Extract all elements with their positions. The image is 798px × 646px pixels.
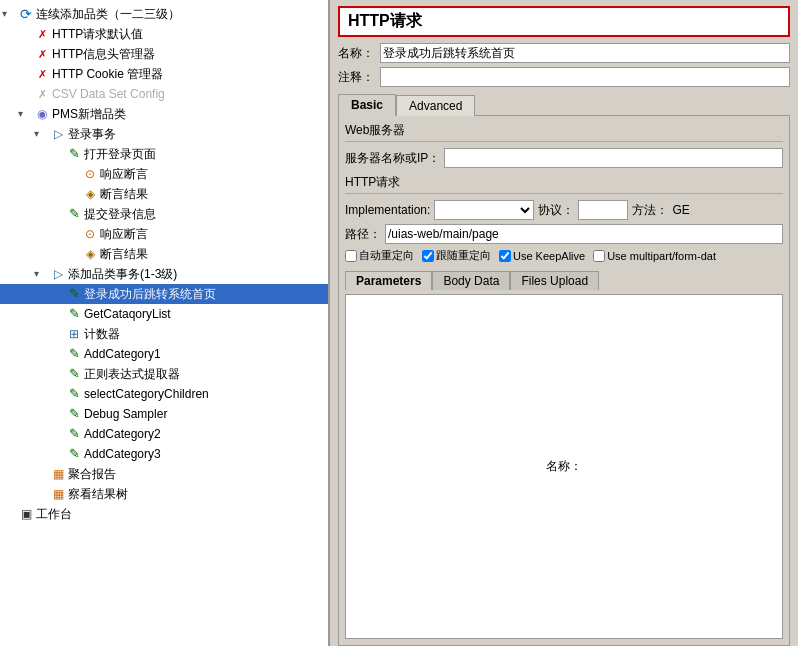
table-empty-label: 名称：: [546, 458, 582, 475]
node-label: 登录事务: [68, 125, 326, 143]
tree-node-response2[interactable]: ⊙响应断言: [0, 224, 328, 244]
node-label: HTTP Cookie 管理器: [52, 65, 326, 83]
node-icon-listener2: ▦: [50, 486, 66, 502]
node-label: 打开登录页面: [84, 145, 326, 163]
tree-node-open-login[interactable]: ✎打开登录页面: [0, 144, 328, 164]
tree-node-http-cookie[interactable]: ✗HTTP Cookie 管理器: [0, 64, 328, 84]
auto-redirect-item: 自动重定向: [345, 248, 414, 263]
node-icon-sampler-selected: ✎: [66, 286, 82, 302]
protocol-label: 协议：: [538, 202, 574, 219]
node-label: 连续添加品类（一二三级）: [36, 5, 326, 23]
node-label: 正则表达式提取器: [84, 365, 326, 383]
follow-redirect-label: 跟随重定向: [436, 248, 491, 263]
node-icon-workbench: ▣: [18, 506, 34, 522]
sub-tab-body-data[interactable]: Body Data: [432, 271, 510, 290]
name-input[interactable]: [380, 43, 790, 63]
expand-icon: ▾: [34, 265, 50, 283]
node-icon-extractor: ◈: [82, 246, 98, 262]
keepalive-item: Use KeepAlive: [499, 250, 585, 262]
web-server-section-title: Web服务器: [345, 122, 783, 142]
tree-node-csv-config[interactable]: ✗CSV Data Set Config: [0, 84, 328, 104]
http-impl-row: Implementation: 协议： 方法： GE: [345, 200, 783, 220]
node-label: 提交登录信息: [84, 205, 326, 223]
web-server-row: 服务器名称或IP：: [345, 148, 783, 168]
expand-icon: ▾: [2, 5, 18, 23]
node-label: 察看结果树: [68, 485, 326, 503]
expand-icon: ▾: [34, 125, 50, 143]
tab-basic[interactable]: Basic: [338, 94, 396, 116]
multipart-label: Use multipart/form-dat: [607, 250, 716, 262]
path-row: 路径：: [345, 224, 783, 244]
node-icon-x-scissors: ✗: [34, 26, 50, 42]
node-icon-x-scissors: ✗: [34, 46, 50, 62]
sub-tab-files-upload[interactable]: Files Upload: [510, 271, 599, 290]
protocol-input[interactable]: [578, 200, 628, 220]
follow-redirect-item: 跟随重定向: [422, 248, 491, 263]
node-icon-extractor2: ✎: [66, 366, 82, 382]
tree-node-add-cat3[interactable]: ✎AddCategory3: [0, 444, 328, 464]
node-label: AddCategory3: [84, 445, 326, 463]
node-icon-x-disabled: ✗: [34, 86, 50, 102]
tree-node-response1[interactable]: ⊙响应断言: [0, 164, 328, 184]
tree-node-get-category[interactable]: ✎GetCataqoryList: [0, 304, 328, 324]
server-input[interactable]: [444, 148, 783, 168]
left-panel: ▾⟳连续添加品类（一二三级）✗HTTP请求默认值✗HTTP信息头管理器✗HTTP…: [0, 0, 330, 646]
form-area: 名称： 注释：: [330, 41, 798, 89]
multipart-item: Use multipart/form-dat: [593, 250, 716, 262]
node-label: 登录成功后跳转系统首页: [84, 285, 326, 303]
node-label: HTTP请求默认值: [52, 25, 326, 43]
tree-node-http-info[interactable]: ✗HTTP信息头管理器: [0, 44, 328, 64]
tree-node-workbench[interactable]: ▣工作台: [0, 504, 328, 524]
tree-node-assert1[interactable]: ◈断言结果: [0, 184, 328, 204]
node-icon-sampler: ✎: [66, 146, 82, 162]
node-icon-sampler: ✎: [66, 386, 82, 402]
tree-node-add-cat2[interactable]: ✎AddCategory2: [0, 424, 328, 444]
tree-node-regex-extractor[interactable]: ✎正则表达式提取器: [0, 364, 328, 384]
node-label: 计数器: [84, 325, 326, 343]
tree-node-select-children[interactable]: ✎selectCategoryChildren: [0, 384, 328, 404]
tree-node-login-tx[interactable]: ▾▷登录事务: [0, 124, 328, 144]
path-input[interactable]: [385, 224, 783, 244]
tree-node-add-category-tx[interactable]: ▾▷添加品类事务(1-3级): [0, 264, 328, 284]
node-icon-x-scissors: ✗: [34, 66, 50, 82]
auto-redirect-label: 自动重定向: [359, 248, 414, 263]
keepalive-label: Use KeepAlive: [513, 250, 585, 262]
tree-node-agg-report[interactable]: ▦聚合报告: [0, 464, 328, 484]
node-label: PMS新增品类: [52, 105, 326, 123]
auto-redirect-checkbox[interactable]: [345, 250, 357, 262]
node-icon-sampler: ✎: [66, 406, 82, 422]
sub-tabs-bar: Parameters Body Data Files Upload: [345, 271, 783, 290]
sub-tab-parameters[interactable]: Parameters: [345, 271, 432, 290]
tree-node-submit-login[interactable]: ✎提交登录信息: [0, 204, 328, 224]
tree-node-view-result[interactable]: ▦察看结果树: [0, 484, 328, 504]
node-icon-sampler: ✎: [66, 426, 82, 442]
keepalive-checkbox[interactable]: [499, 250, 511, 262]
tree-node-pms-group[interactable]: ▾◉PMS新增品类: [0, 104, 328, 124]
node-icon-pms: ◉: [34, 106, 50, 122]
node-label: GetCataqoryList: [84, 305, 326, 323]
node-icon-sampler: ✎: [66, 346, 82, 362]
tab-advanced[interactable]: Advanced: [396, 95, 475, 116]
multipart-checkbox[interactable]: [593, 250, 605, 262]
http-request-section-title: HTTP请求: [345, 174, 783, 194]
tab-content-basic: Web服务器 服务器名称或IP： HTTP请求 Implementation: …: [338, 115, 790, 646]
node-label: 响应断言: [100, 165, 326, 183]
node-icon-loop: ⟳: [18, 6, 34, 22]
follow-redirect-checkbox[interactable]: [422, 250, 434, 262]
node-label: Debug Sampler: [84, 405, 326, 423]
tree-node-assert2[interactable]: ◈断言结果: [0, 244, 328, 264]
node-icon-listener: ⊙: [82, 226, 98, 242]
tree-node-login-jump[interactable]: ✎登录成功后跳转系统首页: [0, 284, 328, 304]
impl-label: Implementation:: [345, 203, 430, 217]
comment-input[interactable]: [380, 67, 790, 87]
node-icon-extractor: ◈: [82, 186, 98, 202]
tree-node-root-continuous[interactable]: ▾⟳连续添加品类（一二三级）: [0, 4, 328, 24]
impl-select[interactable]: [434, 200, 534, 220]
node-icon-transaction: ▷: [50, 126, 66, 142]
node-label: CSV Data Set Config: [52, 85, 326, 103]
tree-node-counter[interactable]: ⊞计数器: [0, 324, 328, 344]
tree-node-debug-sampler[interactable]: ✎Debug Sampler: [0, 404, 328, 424]
main-container: ▾⟳连续添加品类（一二三级）✗HTTP请求默认值✗HTTP信息头管理器✗HTTP…: [0, 0, 798, 646]
tree-node-http-default[interactable]: ✗HTTP请求默认值: [0, 24, 328, 44]
tree-node-add-cat1[interactable]: ✎AddCategory1: [0, 344, 328, 364]
